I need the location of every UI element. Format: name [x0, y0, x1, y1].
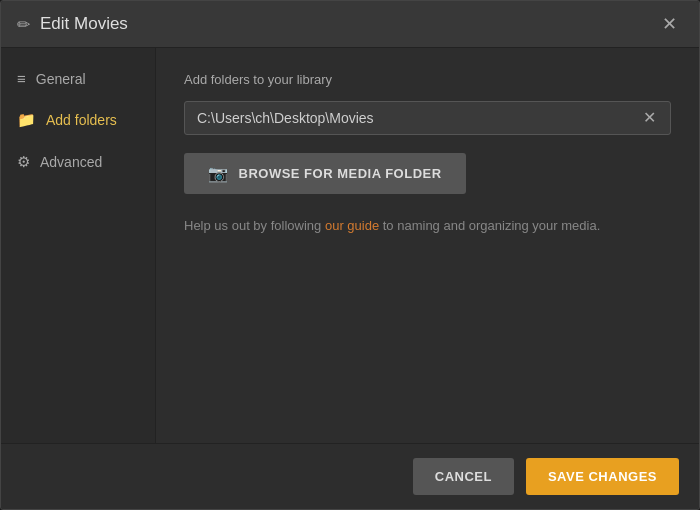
help-text: Help us out by following our guide to na…	[184, 216, 671, 236]
help-link[interactable]: our guide	[325, 218, 379, 233]
folder-row: C:\Users\ch\Desktop\Movies ✕	[184, 101, 671, 135]
sidebar-item-label-add-folders: Add folders	[46, 112, 117, 128]
modal-body: ≡ General 📁 Add folders ⚙ Advanced Add f…	[1, 48, 699, 443]
help-text-before: Help us out by following	[184, 218, 325, 233]
general-icon: ≡	[17, 70, 26, 87]
sidebar: ≡ General 📁 Add folders ⚙ Advanced	[1, 48, 156, 443]
title-left: ✏ Edit Movies	[17, 14, 128, 34]
sidebar-item-general[interactable]: ≡ General	[1, 58, 155, 99]
main-content: Add folders to your library C:\Users\ch\…	[156, 48, 699, 443]
sidebar-item-label-advanced: Advanced	[40, 154, 102, 170]
sidebar-item-advanced[interactable]: ⚙ Advanced	[1, 141, 155, 183]
footer: CANCEL SAVE CHANGES	[1, 443, 699, 509]
section-label: Add folders to your library	[184, 72, 671, 87]
folder-icon: 📁	[17, 111, 36, 129]
folder-clear-button[interactable]: ✕	[641, 110, 658, 126]
sidebar-item-label-general: General	[36, 71, 86, 87]
edit-movies-modal: ✏ Edit Movies ✕ ≡ General 📁 Add folders …	[0, 0, 700, 510]
browse-button[interactable]: 📷 BROWSE FOR MEDIA FOLDER	[184, 153, 466, 194]
help-text-after: to naming and organizing your media.	[379, 218, 600, 233]
cancel-button[interactable]: CANCEL	[413, 458, 514, 495]
title-bar: ✏ Edit Movies ✕	[1, 1, 699, 48]
gear-icon: ⚙	[17, 153, 30, 171]
modal-title: Edit Movies	[40, 14, 128, 34]
close-button[interactable]: ✕	[656, 13, 683, 35]
edit-icon: ✏	[17, 15, 30, 34]
browse-button-label: BROWSE FOR MEDIA FOLDER	[239, 166, 442, 181]
camera-icon: 📷	[208, 164, 229, 183]
folder-path: C:\Users\ch\Desktop\Movies	[197, 110, 641, 126]
save-button[interactable]: SAVE CHANGES	[526, 458, 679, 495]
sidebar-item-add-folders[interactable]: 📁 Add folders	[1, 99, 155, 141]
